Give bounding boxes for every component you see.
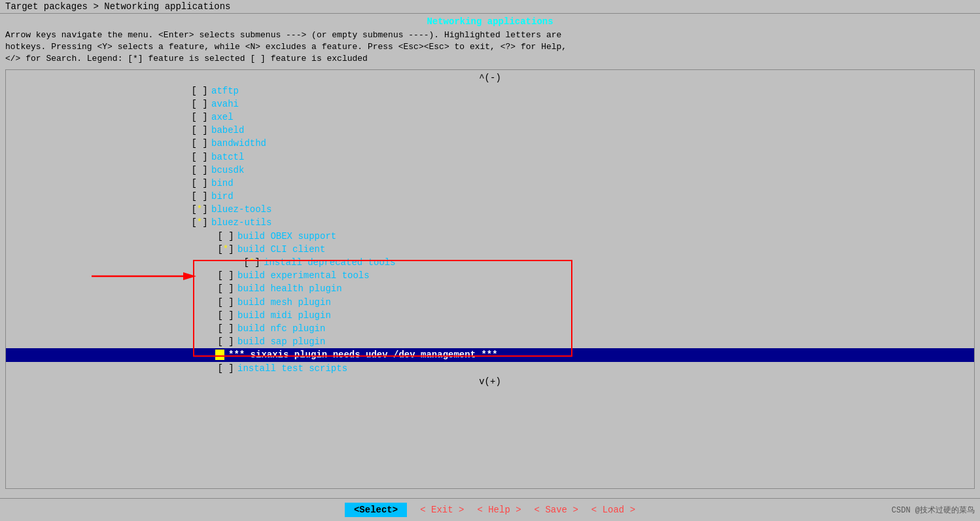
item-label: bird xyxy=(211,190,234,202)
item-bracket: [*] xyxy=(215,243,236,255)
list-item[interactable]: [ ]bandwidthd xyxy=(6,137,974,150)
breadcrumb: Target packages > Networking application… xyxy=(0,0,980,14)
list-item[interactable]: [*]bluez-tools xyxy=(6,203,974,216)
list-item[interactable]: [ ]build health plugin xyxy=(6,282,974,295)
list-item[interactable]: [ ]build OBEX support xyxy=(6,230,974,243)
main-content: ^(-) [ ]atftp[ ]avahi[ ]axel[ ]babeld[ ]… xyxy=(0,67,980,498)
help-text: Arrow keys navigate the menu. <Enter> se… xyxy=(0,28,980,67)
watermark: CSDN @技术过硬的菜鸟 xyxy=(892,505,975,516)
item-bracket: [ ] xyxy=(215,310,236,321)
item-bracket: [*] xyxy=(189,204,210,215)
help-line3: </> for Search. Legend: [*] feature is s… xyxy=(5,53,975,65)
item-bracket: [ ] xyxy=(189,111,210,123)
nav-indicator-bottom: v(+) xyxy=(6,375,974,387)
item-label: avahi xyxy=(211,98,239,110)
item-label: build OBEX support xyxy=(237,230,336,242)
list-item[interactable]: [ ]bcusdk xyxy=(6,164,974,177)
item-label: bcusdk xyxy=(211,164,244,176)
exit-button[interactable]: < Exit > xyxy=(420,505,464,515)
item-label: axel xyxy=(211,111,234,123)
yellow-square xyxy=(215,350,224,360)
item-bracket: [ ] xyxy=(215,230,236,242)
item-label: babeld xyxy=(211,124,244,136)
item-label: bandwidthd xyxy=(211,137,266,149)
item-bracket: [ ] xyxy=(215,270,236,281)
item-bracket: [ ] xyxy=(215,296,236,308)
item-bracket: [ ] xyxy=(189,85,210,97)
list-item[interactable]: *** sixaxis plugin needs udev /dev manag… xyxy=(6,348,974,361)
item-label: atftp xyxy=(211,85,239,97)
item-bracket: [*] xyxy=(241,257,262,268)
list-item[interactable]: [ ]build experimental tools xyxy=(6,269,974,282)
page-title: Networking applications xyxy=(427,16,553,27)
list-item[interactable]: [*]bluez-utils xyxy=(6,216,974,229)
list-item[interactable]: [ ]atftp xyxy=(6,84,974,98)
item-bracket: [ ] xyxy=(189,124,210,136)
item-label: *** sixaxis plugin needs udev /dev manag… xyxy=(228,349,498,361)
item-bracket: [ ] xyxy=(215,363,236,374)
item-label: bluez-utils xyxy=(211,217,271,228)
list-item[interactable]: [ ]avahi xyxy=(6,98,974,111)
menu-container: ^(-) [ ]atftp[ ]avahi[ ]axel[ ]babeld[ ]… xyxy=(0,67,980,498)
help-line2: hotkeys. Pressing <Y> selects a feature,… xyxy=(5,41,975,53)
item-bracket: [ ] xyxy=(189,164,210,176)
title-area: Networking applications xyxy=(0,14,980,28)
item-bracket: [ ] xyxy=(215,336,236,348)
nav-indicator-top: ^(-) xyxy=(6,73,974,84)
list-item[interactable]: [ ]build midi plugin xyxy=(6,309,974,322)
list-item[interactable]: [ ]build nfc plugin xyxy=(6,322,974,335)
help-button[interactable]: < Help > xyxy=(477,505,521,515)
bottom-bar: <Select> < Exit > < Help > < Save > < Lo… xyxy=(0,498,980,521)
item-bracket: [ ] xyxy=(189,151,210,163)
list-item[interactable]: [ ]babeld xyxy=(6,124,974,137)
load-button[interactable]: < Load > xyxy=(591,505,635,515)
list-item[interactable]: [*]build CLI client xyxy=(6,243,974,256)
item-label: bind xyxy=(211,177,234,189)
item-label: build midi plugin xyxy=(237,310,331,321)
item-label: bluez-tools xyxy=(211,204,271,215)
list-item[interactable]: [ ]bird xyxy=(6,190,974,203)
item-label: build CLI client xyxy=(237,243,325,255)
item-bracket: [ ] xyxy=(215,283,236,295)
menu-list: [ ]atftp[ ]avahi[ ]axel[ ]babeld[ ]bandw… xyxy=(6,84,974,375)
item-bracket: [ ] xyxy=(189,137,210,149)
item-label: install deprecated tools xyxy=(264,257,396,268)
item-label: batctl xyxy=(211,151,244,163)
item-label: build health plugin xyxy=(237,283,342,295)
item-bracket: [*] xyxy=(189,217,210,228)
select-button[interactable]: <Select> xyxy=(345,503,407,517)
item-bracket: [ ] xyxy=(189,190,210,202)
breadcrumb-text: Target packages > Networking application… xyxy=(5,1,230,12)
item-bracket: [ ] xyxy=(189,177,210,189)
item-label: build experimental tools xyxy=(237,270,370,281)
item-label: build mesh plugin xyxy=(237,296,331,308)
item-label: build sap plugin xyxy=(237,336,325,348)
list-item[interactable]: [ ]batctl xyxy=(6,151,974,164)
save-button[interactable]: < Save > xyxy=(534,505,578,515)
list-item[interactable]: [ ]build sap plugin xyxy=(6,335,974,348)
item-label: install test scripts xyxy=(237,363,347,374)
help-line1: Arrow keys navigate the menu. <Enter> se… xyxy=(5,29,975,41)
list-item[interactable]: [*]install deprecated tools xyxy=(6,256,974,269)
list-item[interactable]: [ ]axel xyxy=(6,111,974,124)
item-bracket: [ ] xyxy=(189,98,210,110)
list-item[interactable]: [ ]bind xyxy=(6,177,974,190)
menu-border: ^(-) [ ]atftp[ ]avahi[ ]axel[ ]babeld[ ]… xyxy=(5,69,975,489)
list-item[interactable]: [ ]install test scripts xyxy=(6,362,974,375)
list-item[interactable]: [ ]build mesh plugin xyxy=(6,296,974,309)
item-label: build nfc plugin xyxy=(237,323,325,334)
item-bracket: [ ] xyxy=(215,323,236,334)
